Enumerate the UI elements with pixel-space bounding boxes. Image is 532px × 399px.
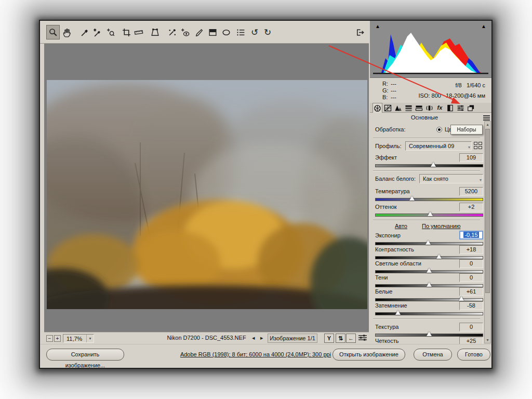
slider-value-contrast[interactable]: +18: [459, 245, 483, 254]
target-circle-icon: [106, 28, 116, 37]
next-image-button[interactable]: ▸: [260, 335, 263, 341]
before-after-view-button[interactable]: Y: [324, 334, 334, 343]
slider-value-effect[interactable]: 109: [459, 153, 483, 162]
camera-raw-dialog: ↺ ↻: [39, 20, 493, 369]
profile-label: Профиль:: [375, 143, 402, 149]
tab-camera-calibration[interactable]: [445, 103, 455, 113]
sharpen-triangles-icon: [394, 104, 402, 112]
image-counter: Изображение 1/1: [268, 334, 317, 343]
fx-icon: fx: [437, 105, 443, 111]
scrollbar-thumb[interactable]: [485, 129, 490, 293]
tab-lens-corrections[interactable]: [424, 103, 434, 113]
preview-preferences-button[interactable]: [357, 334, 367, 343]
slider-value-texture[interactable]: 0: [459, 323, 483, 331]
wb-label: Баланс белого:: [375, 176, 416, 182]
crop-tool[interactable]: [119, 25, 133, 39]
targeted-adjustment-tool[interactable]: [104, 25, 117, 39]
file-name: Nikon D7200 - DSC_4553.NEF: [44, 335, 369, 341]
auto-link[interactable]: Авто: [395, 223, 407, 229]
slider-label-whites: Белые: [375, 288, 392, 295]
slider-value-highlights[interactable]: 0: [459, 259, 483, 268]
slider-label-contrast: Контрастность: [375, 246, 414, 252]
copy-settings-button[interactable]: ←: [346, 334, 356, 343]
treatment-label: Обработка:: [375, 126, 406, 132]
tab-basic[interactable]: [373, 103, 382, 113]
open-image-button[interactable]: Открыть изображение: [332, 349, 405, 361]
slider-track-blacks[interactable]: [375, 312, 483, 315]
radial-filter-tool[interactable]: [219, 25, 233, 39]
tab-presets[interactable]: [456, 103, 466, 113]
scroll-up-icon[interactable]: ▴: [485, 122, 490, 127]
transform-tool[interactable]: [148, 25, 162, 39]
separator: [373, 220, 480, 221]
basic-panel: Основные Обработка: Цвет Ч-Б Профиль: Со…: [370, 113, 491, 345]
wb-value: Как снято: [423, 176, 448, 182]
filmstrip-menu-tool[interactable]: [234, 25, 247, 39]
treatment-color-radio[interactable]: [436, 127, 442, 132]
done-button[interactable]: Готово: [457, 349, 490, 361]
image-canvas[interactable]: [44, 44, 369, 332]
red-eye-tool[interactable]: [178, 25, 192, 39]
tab-effects[interactable]: fx: [435, 103, 445, 113]
slider-value-exposure[interactable]: -0,15: [459, 231, 483, 240]
spot-heal-icon: [167, 28, 177, 37]
scroll-down-icon[interactable]: ▾: [485, 338, 490, 342]
zoom-tool[interactable]: [46, 25, 60, 39]
toggle-fullscreen-button[interactable]: [353, 25, 367, 39]
slider-track-tint[interactable]: [375, 214, 483, 217]
workflow-options-link[interactable]: Adobe RGB (1998); 8 бит; 6000 на 4000 (2…: [40, 351, 471, 357]
graduated-filter-tool[interactable]: [206, 25, 219, 39]
rotate-left-tool[interactable]: ↺: [248, 25, 261, 39]
white-balance-tool[interactable]: [78, 25, 91, 39]
separator: [373, 170, 480, 171]
snapshots-icon: [467, 104, 475, 112]
tab-tone-curve[interactable]: [383, 103, 393, 113]
curve-grid-icon: [384, 104, 392, 112]
photo-preview[interactable]: [47, 80, 367, 309]
wb-select[interactable]: Как снято ▾: [419, 174, 483, 183]
tab-detail[interactable]: [393, 103, 403, 113]
panel-menu-icon[interactable]: [483, 115, 490, 121]
split-toning-icon: [415, 104, 423, 112]
slider-label-highlights: Светлые области: [375, 260, 421, 267]
tab-snapshots[interactable]: [466, 103, 476, 113]
straighten-tool[interactable]: [132, 25, 145, 39]
slider-value-shadows[interactable]: 0: [459, 273, 483, 282]
slider-value-blacks[interactable]: -58: [459, 301, 483, 310]
hand-tool[interactable]: [60, 25, 73, 39]
magnifier-icon: [48, 28, 58, 37]
color-sampler-tool[interactable]: [90, 25, 104, 39]
slider-label-tint: Оттенок: [375, 204, 397, 210]
swap-before-after-button[interactable]: ⇅: [336, 334, 345, 343]
panel-scrollbar[interactable]: ▴ ▾: [484, 121, 491, 343]
adjustment-brush-tool[interactable]: [192, 25, 206, 39]
toolbar: ↺ ↻: [40, 21, 369, 44]
tab-split-toning[interactable]: [414, 103, 424, 113]
slider-value-whites[interactable]: +61: [459, 287, 483, 296]
default-link[interactable]: По умолчанию: [422, 223, 460, 229]
slider-label-texture: Текстура: [375, 324, 398, 330]
slider-value-tint[interactable]: +2: [459, 203, 483, 211]
brush-icon: [194, 28, 204, 37]
profile-browser-button[interactable]: [474, 142, 483, 150]
chevron-down-icon: ▾: [468, 143, 470, 152]
slider-value-temperature[interactable]: 5200: [459, 187, 483, 196]
tab-hsl[interactable]: [404, 103, 414, 113]
prev-image-button[interactable]: ◂: [252, 335, 255, 341]
spot-removal-tool[interactable]: [165, 25, 179, 39]
slider-track-temperature[interactable]: [375, 198, 483, 201]
graduated-filter-icon: [208, 28, 218, 37]
exif-info: R:--- G:--- B:--- f/8 1/640 c ISO: 800 1…: [370, 78, 491, 103]
profile-select[interactable]: Современный 09 ▾: [405, 141, 472, 151]
histogram-panel: ▲ ▲: [370, 21, 491, 78]
page: ↺ ↻: [0, 0, 532, 399]
slider-label-temperature: Температура: [375, 188, 410, 194]
transform-icon: [150, 28, 160, 37]
slider-track-effect[interactable]: [375, 164, 483, 167]
rotate-right-tool[interactable]: ↻: [261, 25, 274, 39]
separator: [373, 138, 480, 139]
exif-exposure: f/8 1/640 c: [456, 82, 486, 88]
cancel-button[interactable]: Отмена: [414, 349, 452, 361]
chevron-down-icon: ▾: [480, 176, 482, 184]
presets-sliders-icon: [457, 104, 464, 112]
